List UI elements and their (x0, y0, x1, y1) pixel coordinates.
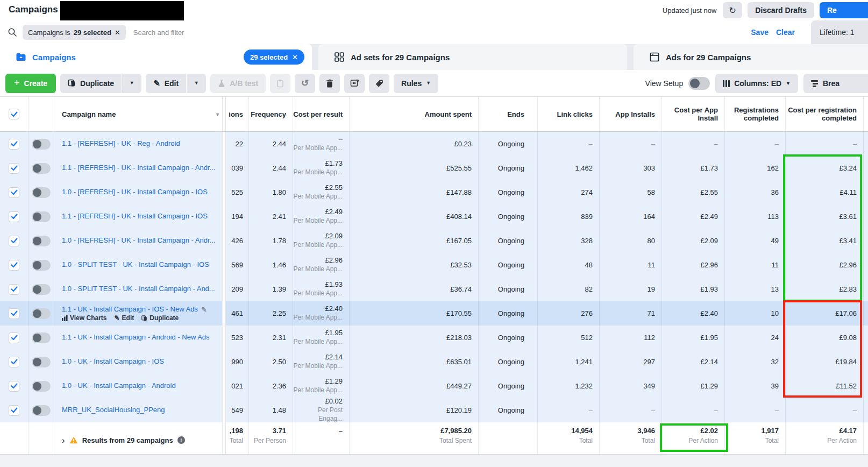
tab-ads[interactable]: Ads for 29 Campaigns (634, 44, 868, 70)
columns-button[interactable]: Columns: ED ▼ (715, 74, 798, 93)
revert-button[interactable]: ↺ (295, 74, 315, 93)
export-button[interactable] (344, 74, 365, 93)
breakdown-button[interactable]: Brea (803, 74, 868, 93)
duplicate-action[interactable]: Duplicate (141, 314, 179, 322)
edit-dropdown-button[interactable]: ▼ (187, 74, 206, 93)
frozen-column-divider[interactable] (222, 350, 226, 374)
column-app-installs[interactable]: App Installs (599, 97, 661, 131)
selected-count-pill[interactable]: 29 selected ✕ (244, 49, 304, 65)
duplicate-button[interactable]: Duplicate (60, 74, 122, 93)
campaign-name-link[interactable]: 1.0 - SPLIT TEST - UK - Install Campaign… (62, 260, 209, 269)
frozen-column-divider[interactable] (222, 277, 226, 301)
campaign-active-toggle[interactable] (32, 187, 51, 198)
search-input[interactable]: Search and filter (133, 29, 184, 37)
column-campaign-name[interactable]: Campaign name ▾ (54, 97, 222, 131)
row-checkbox[interactable] (9, 163, 19, 174)
filter-chip-close-icon[interactable]: ✕ (115, 29, 120, 37)
campaign-name-link[interactable]: 1.1 - UK - Install Campaign - Android - … (62, 333, 210, 342)
column-cost-per-registration[interactable]: Cost per registration completed (785, 97, 863, 131)
review-publish-button[interactable]: Re (820, 2, 868, 18)
clear-filter-link[interactable]: Clear (776, 28, 795, 37)
tag-button[interactable] (369, 74, 389, 93)
edit-action[interactable]: ✎ Edit (114, 314, 134, 322)
rules-button[interactable]: Rules ▼ (394, 74, 438, 93)
campaign-name-link[interactable]: 1.0 - [REFRESH] - UK - Install Campaign … (62, 236, 215, 245)
row-checkbox[interactable] (9, 236, 19, 246)
impressions-cell: 021 (226, 374, 248, 398)
column-link-clicks[interactable]: Link clicks (537, 97, 599, 131)
campaign-active-toggle[interactable] (32, 260, 51, 271)
row-checkbox[interactable] (9, 381, 19, 392)
campaign-active-toggle[interactable] (32, 284, 51, 295)
campaign-name-link[interactable]: 1.0 - UK - Install Campaign - IOS (62, 357, 164, 366)
frozen-column-divider[interactable] (222, 398, 226, 422)
frozen-column-divider[interactable] (222, 97, 226, 131)
frozen-column-divider[interactable] (222, 326, 226, 350)
link-clicks-cell: 82 (537, 277, 599, 301)
ab-test-button[interactable]: A/B test (210, 74, 266, 93)
campaign-name-link[interactable]: 1.1 - [REFRESH] - UK - Install Campaign … (62, 212, 208, 221)
campaign-active-toggle[interactable] (32, 332, 51, 343)
campaign-active-toggle[interactable] (32, 357, 51, 367)
column-ends[interactable]: Ends (478, 97, 537, 131)
row-checkbox[interactable] (9, 139, 19, 150)
view-charts-action[interactable]: View Charts (62, 314, 106, 322)
clear-selection-icon[interactable]: ✕ (292, 53, 298, 61)
frozen-column-divider[interactable] (222, 253, 226, 277)
frozen-column-divider[interactable] (222, 301, 226, 326)
frozen-column-divider[interactable] (222, 229, 226, 253)
column-amount-spent[interactable]: Amount spent (349, 97, 478, 131)
view-setup-toggle[interactable] (688, 77, 710, 90)
row-checkbox[interactable] (9, 357, 19, 367)
discard-drafts-button[interactable]: Discard Drafts (748, 2, 814, 18)
column-cost-per-result[interactable]: Cost per result (293, 97, 349, 131)
row-checkbox[interactable] (9, 260, 19, 271)
save-filter-link[interactable]: Save (751, 28, 769, 37)
info-icon[interactable]: i (177, 436, 185, 444)
campaign-active-toggle[interactable] (32, 381, 51, 392)
campaign-active-toggle[interactable] (32, 236, 51, 246)
tab-adsets[interactable]: Ad sets for 29 Campaigns (318, 44, 627, 70)
select-all-checkbox[interactable] (9, 109, 19, 119)
campaign-name-link[interactable]: 1.0 - UK - Install Campaign - Android (62, 381, 176, 390)
frozen-column-divider[interactable] (222, 132, 226, 156)
paste-button[interactable] (270, 74, 290, 93)
edit-button[interactable]: ✎ Edit (146, 74, 186, 93)
date-range-selector[interactable]: Lifetime: 1 (811, 20, 868, 44)
refresh-button[interactable]: ↻ (723, 2, 742, 18)
frozen-column-divider[interactable] (222, 180, 226, 204)
row-checkbox[interactable] (9, 211, 19, 222)
column-registrations-completed[interactable]: Registrations completed (724, 97, 785, 131)
campaign-name-link[interactable]: MRR_UK_SocialHousing_PPeng (62, 406, 165, 414)
campaign-name-link[interactable]: 1.1 - [REFRESH] - UK - Reg - Android (62, 139, 180, 148)
create-button[interactable]: + Create (5, 74, 56, 93)
expand-results-chevron[interactable]: › (62, 436, 65, 445)
edit-pencil-icon[interactable]: ✎ (201, 306, 207, 314)
column-frequency[interactable]: Frequency (248, 97, 293, 131)
frozen-column-divider[interactable] (222, 374, 226, 398)
row-checkbox[interactable] (9, 284, 19, 295)
campaign-active-toggle[interactable] (32, 163, 51, 174)
tab-campaigns[interactable]: Campaigns 29 selected ✕ (0, 44, 312, 70)
registrations-cell: 49 (724, 229, 785, 253)
duplicate-dropdown-button[interactable]: ▼ (122, 74, 141, 93)
column-cost-per-app-install[interactable]: Cost per App Install (661, 97, 724, 131)
filter-chip-campaigns-selected[interactable]: Campaigns is 29 selected ✕ (23, 25, 126, 40)
row-checkbox[interactable] (9, 332, 19, 343)
campaign-active-toggle[interactable] (32, 405, 51, 416)
campaign-name-link[interactable]: 1.0 - [REFRESH] - UK - Install Campaign … (62, 188, 208, 196)
column-impressions-partial[interactable]: ions (226, 97, 248, 131)
row-checkbox[interactable] (9, 308, 19, 319)
sort-caret-icon[interactable]: ▾ (216, 111, 219, 117)
row-checkbox[interactable] (9, 187, 19, 198)
campaign-name-link[interactable]: 1.1 - UK - Install Campaign - IOS - New … (62, 305, 198, 314)
campaign-name-link[interactable]: 1.1 - [REFRESH] - UK - Install Campaign … (62, 164, 215, 172)
frozen-column-divider[interactable] (222, 156, 226, 180)
frozen-column-divider[interactable] (222, 204, 226, 229)
campaign-active-toggle[interactable] (32, 308, 51, 319)
campaign-name-link[interactable]: 1.0 - SPLIT TEST - UK - Install Campaign… (62, 285, 215, 293)
delete-button[interactable] (319, 74, 340, 93)
campaign-active-toggle[interactable] (32, 139, 51, 150)
campaign-active-toggle[interactable] (32, 211, 51, 222)
row-checkbox[interactable] (9, 405, 19, 416)
